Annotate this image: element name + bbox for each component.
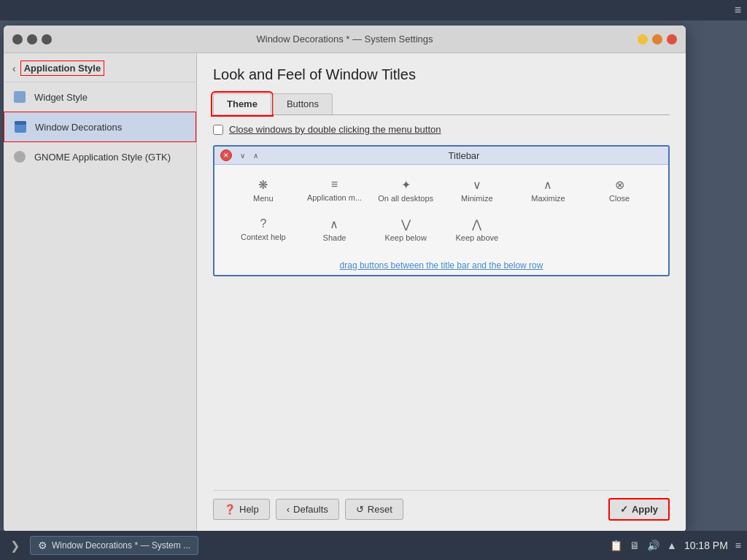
- keep-above-icon: ⋀: [472, 217, 481, 231]
- palette-btn-close[interactable]: ⊗ Close: [585, 174, 654, 207]
- palette-btn-keep-above[interactable]: ⋀ Keep above: [443, 213, 511, 246]
- tab-theme[interactable]: Theme: [213, 93, 271, 114]
- sidebar-item-widget-style[interactable]: Widget Style: [4, 82, 196, 112]
- taskbar-clipboard-icon[interactable]: 📋: [610, 540, 622, 551]
- window-controls-right: [638, 34, 677, 44]
- application-menu-icon: ≡: [331, 178, 338, 191]
- reset-icon: ↺: [356, 504, 364, 515]
- top-bar-menu-icon[interactable]: ≡: [735, 4, 741, 17]
- close-windows-checkbox[interactable]: [213, 125, 223, 135]
- titlebar-title: Titlebar: [266, 150, 662, 161]
- content-area: [213, 282, 670, 490]
- palette-label-minimize: Minimize: [461, 194, 492, 203]
- palette-label-keep-above: Keep above: [455, 233, 498, 242]
- palette-label-shade: Shade: [323, 233, 347, 242]
- back-arrow-icon: ‹: [12, 63, 16, 74]
- shade-icon: ∧: [330, 217, 338, 231]
- buttons-palette: ❋ Menu ≡ Application m... ✦ On all deskt…: [214, 165, 668, 255]
- defaults-label: Defaults: [293, 504, 328, 515]
- taskbar-clock: 10:18 PM: [684, 540, 728, 551]
- tabs: Theme Buttons: [213, 93, 670, 115]
- svg-rect-2: [15, 121, 26, 125]
- apply-label: Apply: [632, 504, 658, 515]
- window-controls-left: [12, 34, 52, 44]
- taskbar-volume-icon[interactable]: 🔊: [647, 540, 659, 551]
- minimize-icon: ∨: [473, 178, 481, 192]
- help-icon: ❓: [224, 504, 236, 515]
- titlebar-preview-bar: ✕ ∨ ∧ Titlebar: [214, 147, 668, 165]
- taskbar-app-icon: ⚙: [38, 540, 47, 551]
- palette-label-maximize: Maximize: [531, 194, 565, 203]
- sidebar: ‹ Application Style Widget Style Window …: [4, 53, 197, 532]
- svg-rect-0: [14, 91, 26, 103]
- titlebar-close-icon[interactable]: ✕: [220, 149, 232, 161]
- sidebar-label-gnome-style: GNOME Application Style (GTK): [34, 152, 171, 163]
- help-label: Help: [239, 504, 259, 515]
- sidebar-item-gnome-style[interactable]: GNOME Application Style (GTK): [4, 142, 196, 171]
- palette-btn-on-all-desktops[interactable]: ✦ On all desktops: [371, 174, 440, 207]
- apply-icon: ✓: [620, 504, 628, 515]
- palette-btn-context-help[interactable]: ? Context help: [229, 213, 298, 246]
- taskbar-right: 📋 🖥 🔊 ▲ 10:18 PM ≡: [610, 540, 741, 551]
- help-button[interactable]: ❓ Help: [213, 499, 270, 520]
- keep-below-icon: ⋁: [401, 217, 411, 231]
- preview-link-line: drag buttons between the title bar and t…: [214, 255, 668, 275]
- main-window: Window Decorations * — System Settings ‹…: [4, 26, 686, 532]
- palette-label-context-help: Context help: [241, 233, 286, 241]
- titlebar-arrow-down[interactable]: ∨: [236, 149, 248, 161]
- palette-label-on-all-desktops: On all desktops: [378, 194, 433, 203]
- window-decorations-icon: [13, 120, 28, 134]
- context-help-icon: ?: [260, 217, 266, 230]
- on-all-desktops-icon: ✦: [401, 178, 411, 192]
- tab-buttons[interactable]: Buttons: [273, 93, 333, 114]
- checkbox-row: Close windows by double clicking the men…: [213, 124, 670, 135]
- sidebar-back-label: Application Style: [20, 61, 104, 76]
- palette-label-close: Close: [609, 194, 630, 203]
- palette-btn-minimize[interactable]: ∨ Minimize: [443, 174, 511, 207]
- drag-buttons-link[interactable]: drag buttons between the title bar and t…: [340, 260, 543, 271]
- apply-button[interactable]: ✓ Apply: [608, 498, 670, 521]
- palette-label-menu: Menu: [253, 194, 274, 203]
- taskbar-menu-icon[interactable]: ≡: [735, 540, 741, 551]
- reset-button[interactable]: ↺ Reset: [345, 499, 403, 520]
- maximize-icon: ∧: [543, 178, 552, 192]
- window-title: Window Decorations * — System Settings: [52, 34, 638, 44]
- close-windows-label: Close windows by double clicking the men…: [229, 124, 441, 135]
- window-minimize-button-left[interactable]: [27, 34, 37, 44]
- gnome-style-icon: [12, 149, 27, 164]
- palette-btn-application-menu[interactable]: ≡ Application m...: [301, 174, 369, 207]
- palette-label-application-menu: Application m...: [307, 193, 362, 202]
- menu-icon: ❋: [258, 178, 268, 192]
- reset-label: Reset: [368, 504, 392, 515]
- defaults-button[interactable]: ‹ Defaults: [276, 499, 339, 520]
- window-titlebar: Window Decorations * — System Settings: [4, 26, 686, 53]
- window-maximize-button[interactable]: [652, 34, 662, 44]
- taskbar-start-icon[interactable]: ❯: [6, 539, 24, 553]
- window-close-button-left[interactable]: [12, 34, 23, 44]
- titlebar-arrows: ∨ ∧: [236, 149, 261, 161]
- page-title: Look and Feel of Window Titles: [213, 66, 670, 83]
- taskbar-app[interactable]: ⚙ Window Decorations * — System ...: [30, 536, 198, 555]
- defaults-icon: ‹: [287, 504, 290, 515]
- titlebar-arrow-up[interactable]: ∧: [249, 149, 261, 161]
- palette-btn-shade[interactable]: ∧ Shade: [301, 213, 369, 246]
- widget-style-icon: [12, 90, 27, 104]
- window-body: ‹ Application Style Widget Style Window …: [4, 53, 686, 532]
- window-minimize-button[interactable]: [638, 34, 648, 44]
- palette-btn-maximize[interactable]: ∧ Maximize: [514, 174, 583, 207]
- taskbar-display-icon[interactable]: 🖥: [630, 540, 640, 551]
- taskbar-app-label: Window Decorations * — System ...: [52, 540, 190, 551]
- taskbar-network-icon[interactable]: ▲: [667, 540, 677, 551]
- main-content: Look and Feel of Window Titles Theme But…: [197, 53, 686, 532]
- svg-point-3: [14, 151, 26, 163]
- palette-btn-keep-below[interactable]: ⋁ Keep below: [371, 213, 440, 246]
- bottom-bar: ❓ Help ‹ Defaults ↺ Reset ✓ Apply: [213, 490, 670, 524]
- window-close-button[interactable]: [667, 34, 677, 44]
- window-maximize-button-left[interactable]: [42, 34, 52, 44]
- sidebar-label-window-decorations: Window Decorations: [35, 122, 122, 133]
- top-bar: ≡: [0, 0, 747, 20]
- sidebar-item-window-decorations[interactable]: Window Decorations: [4, 112, 196, 142]
- palette-btn-menu[interactable]: ❋ Menu: [229, 174, 298, 207]
- sidebar-back-button[interactable]: ‹ Application Style: [4, 53, 196, 82]
- titlebar-preview-container: ✕ ∨ ∧ Titlebar ❋ Menu ≡: [213, 145, 670, 276]
